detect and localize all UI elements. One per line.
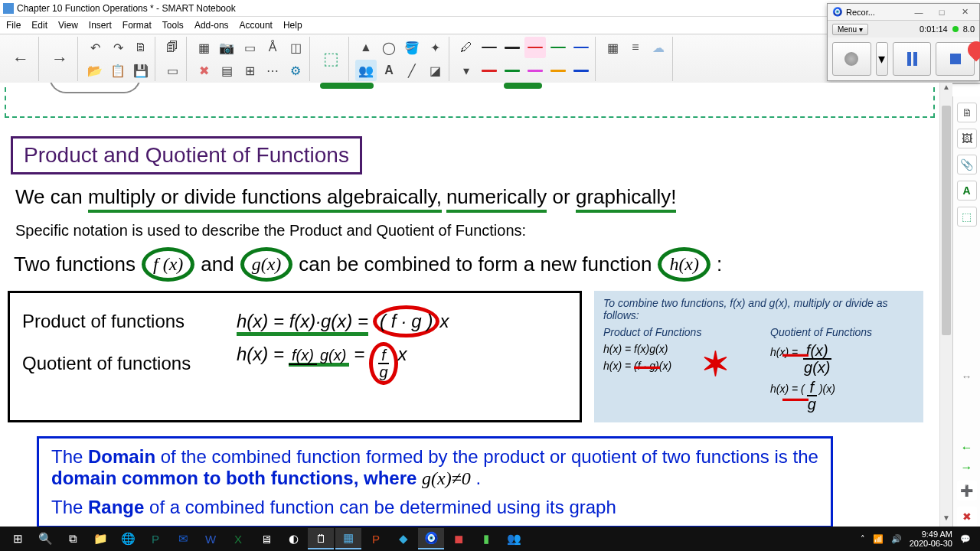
- pen-color-2[interactable]: [501, 37, 523, 58]
- taskbar-app2[interactable]: ◐: [280, 528, 306, 549]
- add-page-button[interactable]: ➕: [957, 481, 977, 500]
- fill-tool[interactable]: 🪣: [401, 37, 423, 58]
- scroll-down-icon[interactable]: ▼: [940, 514, 952, 527]
- more-button[interactable]: ⋯: [262, 60, 283, 81]
- group-tool[interactable]: 👥: [355, 60, 377, 81]
- table-button[interactable]: ⊞: [239, 60, 260, 81]
- taskbar-app1[interactable]: 🖥: [253, 528, 279, 549]
- paste-button[interactable]: 📋: [107, 60, 129, 81]
- tray-notifications-icon[interactable]: 💬: [960, 534, 971, 544]
- page-canvas[interactable]: Product and Quotient of Functions We can…: [0, 83, 939, 527]
- menu-insert[interactable]: Insert: [89, 20, 112, 31]
- taskbar-recorder[interactable]: 🧿: [418, 528, 444, 549]
- search-button[interactable]: 🔍: [32, 528, 58, 549]
- text-tool[interactable]: A: [378, 60, 400, 81]
- pen-color-9[interactable]: [547, 60, 569, 81]
- open-button[interactable]: 📂: [84, 60, 106, 81]
- line-tool[interactable]: ╱: [401, 60, 423, 81]
- menu-file[interactable]: File: [6, 20, 21, 31]
- taskbar-smart[interactable]: ▦: [335, 528, 361, 549]
- zoom-button[interactable]: ▭: [162, 60, 183, 81]
- scroll-up-icon[interactable]: ▲: [940, 83, 952, 96]
- record-button[interactable]: [832, 42, 871, 76]
- vertical-scrollbar[interactable]: ▲ ▼: [939, 83, 952, 527]
- record-dropdown[interactable]: ▾: [876, 42, 888, 76]
- prev-page-button[interactable]: ←: [961, 441, 973, 455]
- pause-button[interactable]: [893, 42, 932, 76]
- recorder-maximize[interactable]: □: [932, 8, 952, 17]
- menu-addons[interactable]: Add-ons: [194, 20, 229, 31]
- start-button[interactable]: ⊞: [5, 528, 31, 549]
- pen-color-5[interactable]: [570, 37, 592, 58]
- page-button[interactable]: ◫: [285, 37, 306, 58]
- taskbar-teams[interactable]: 👥: [501, 528, 527, 549]
- attachments-tab[interactable]: 📎: [957, 155, 977, 174]
- save-button[interactable]: 💾: [130, 60, 152, 81]
- cloud-button[interactable]: ☁: [648, 37, 669, 58]
- pen-dropdown[interactable]: ▾: [456, 60, 477, 81]
- gallery-tab[interactable]: 🖼: [957, 129, 977, 148]
- next-page-button[interactable]: →: [961, 461, 973, 474]
- taskbar-powerpoint[interactable]: P: [363, 528, 389, 549]
- select-tool[interactable]: ▲: [355, 37, 377, 58]
- color-grid-button[interactable]: ▦: [602, 37, 623, 58]
- measurement-button[interactable]: Å: [262, 37, 283, 58]
- new-page-button[interactable]: 🗎: [130, 37, 152, 58]
- task-view-button[interactable]: ⧉: [60, 528, 86, 549]
- pen-color-6[interactable]: [479, 60, 500, 81]
- taskbar-clock[interactable]: 9:49 AM 2020-06-30: [910, 530, 952, 548]
- properties-tab[interactable]: A: [957, 181, 977, 201]
- page-sorter-tab[interactable]: 🗎: [957, 103, 977, 122]
- screen-shade-button[interactable]: ▦: [193, 37, 214, 58]
- gear-icon[interactable]: ⚙: [285, 60, 306, 81]
- document-button[interactable]: 🗐: [162, 37, 183, 58]
- delete-page-button[interactable]: ✖: [957, 507, 977, 527]
- undo-button[interactable]: ↶: [84, 37, 106, 58]
- nav-back-button[interactable]: ←: [6, 37, 35, 81]
- taskbar-publisher[interactable]: P: [142, 528, 168, 549]
- table-insert-button[interactable]: ▤: [216, 60, 237, 81]
- capture-button[interactable]: 📷: [216, 37, 237, 58]
- shape-tool[interactable]: ◯: [378, 37, 400, 58]
- resize-handle-icon[interactable]: ↔: [962, 370, 972, 383]
- system-tray[interactable]: ˄ 📶 🔊 9:49 AM 2020-06-30 💬: [861, 530, 975, 548]
- redo-button[interactable]: ↷: [107, 37, 129, 58]
- menu-help[interactable]: Help: [283, 20, 302, 31]
- menu-format[interactable]: Format: [122, 20, 152, 31]
- tray-volume-icon[interactable]: 🔊: [891, 534, 902, 544]
- pen-color-4[interactable]: [547, 37, 569, 58]
- pen-color-10[interactable]: [570, 60, 592, 81]
- recorder-minimize[interactable]: —: [909, 8, 929, 17]
- pen-color-3[interactable]: [524, 37, 546, 58]
- menu-account[interactable]: Account: [240, 20, 273, 31]
- taskbar-app5[interactable]: ▮: [473, 528, 499, 549]
- recorder-menu-button[interactable]: Menu ▾: [832, 24, 868, 35]
- recorder-close[interactable]: ✕: [955, 7, 975, 17]
- taskbar-chrome[interactable]: 🌐: [115, 528, 141, 549]
- addon-button[interactable]: ⬚: [316, 37, 345, 81]
- scroll-thumb[interactable]: [942, 106, 951, 335]
- pen-color-8[interactable]: [524, 60, 546, 81]
- pen-color-1[interactable]: [479, 37, 500, 58]
- recorder-window[interactable]: 🧿 Recor... — □ ✕ Menu ▾ 0:01:14 8.0 ▾: [827, 3, 980, 81]
- menu-view[interactable]: View: [58, 20, 78, 31]
- addons-tab[interactable]: ⬚: [957, 207, 977, 227]
- taskbar-word[interactable]: W: [198, 528, 224, 549]
- taskbar-excel[interactable]: X: [225, 528, 251, 549]
- delete-button[interactable]: ✖: [193, 60, 214, 81]
- taskbar-app4[interactable]: ◼: [446, 528, 472, 549]
- taskbar-explorer[interactable]: 📁: [87, 528, 113, 549]
- taskbar-app3[interactable]: ◆: [390, 528, 416, 549]
- doc-camera-button[interactable]: ▭: [239, 37, 260, 58]
- tray-chevron-icon[interactable]: ˄: [861, 534, 865, 544]
- nav-forward-button[interactable]: →: [45, 37, 74, 81]
- menu-tools[interactable]: Tools: [162, 20, 184, 31]
- menu-edit[interactable]: Edit: [31, 20, 47, 31]
- dashed-selection-box[interactable]: [5, 87, 935, 118]
- pen-tool[interactable]: 🖊: [456, 37, 477, 58]
- line-style-button[interactable]: ≡: [625, 37, 646, 58]
- pen-color-7[interactable]: [501, 60, 523, 81]
- taskbar-notebook[interactable]: 🗒: [308, 528, 334, 549]
- tray-network-icon[interactable]: 📶: [873, 534, 884, 544]
- eraser-tool[interactable]: ◪: [424, 60, 446, 81]
